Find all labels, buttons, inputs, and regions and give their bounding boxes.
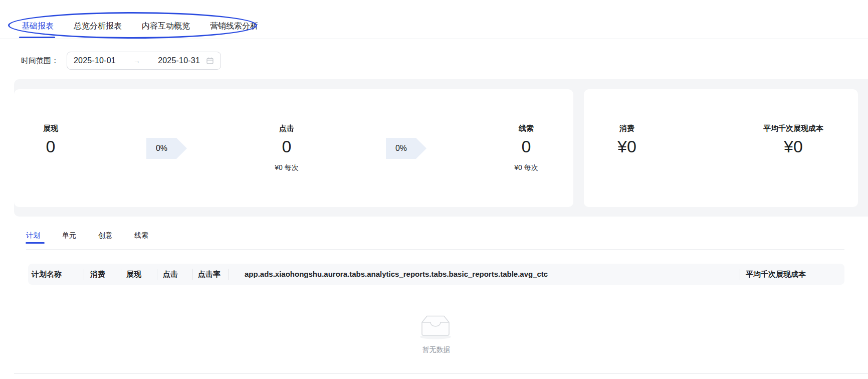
stat-impressions: 展现 0	[21, 124, 81, 155]
calendar-icon[interactable]	[206, 57, 214, 65]
stat-impressions-label: 展现	[21, 124, 81, 132]
lead-rate-chevron-badge: 0%	[386, 138, 426, 159]
stat-clicks-value: 0	[257, 137, 317, 155]
stat-leads-cost: ¥0 每次	[496, 163, 556, 171]
column-header-plan-name: 计划名称	[28, 264, 84, 285]
date-range-label: 时间范围：	[21, 52, 59, 70]
ctr-chevron-badge: 0%	[146, 138, 187, 159]
tab-basic-report[interactable]: 基础报表	[22, 14, 54, 39]
stat-impressions-value: 0	[21, 137, 81, 155]
stat-clicks-cost: ¥0 每次	[257, 163, 317, 171]
empty-state-text: 暂无数据	[28, 345, 844, 354]
empty-state-icon	[420, 313, 452, 340]
stat-avg-cpm-value: ¥0	[753, 137, 833, 155]
stat-avg-cpm: 平均千次展现成本 ¥0	[753, 124, 833, 155]
entity-tabbar: 计划 单元 创意 线索	[26, 227, 844, 250]
cost-stats-card: 消费 ¥0 平均千次展现成本 ¥0	[584, 89, 858, 207]
tab-overview-analysis-report[interactable]: 总览分析报表	[74, 14, 122, 39]
summary-section: 展现 0 0% 点击 0 ¥0 每次 0% 线索 0 ¥0 每次 消费 ¥0 平…	[14, 79, 868, 217]
stat-leads-value: 0	[496, 137, 556, 155]
stat-avg-cpm-label: 平均千次展现成本	[753, 124, 833, 132]
stat-leads: 线索 0 ¥0 每次	[496, 124, 556, 171]
start-date-value: 2025-10-01	[74, 56, 116, 65]
table-header-row: 计划名称 消费 展现 点击 点击率 app.ads.xiaohongshu.au…	[28, 264, 844, 285]
footer-divider	[14, 373, 868, 374]
tab-creative[interactable]: 创意	[98, 227, 112, 244]
report-tabbar: 基础报表 总览分析报表 内容互动概览 营销线索分析	[0, 0, 868, 39]
stat-spend-value: ¥0	[597, 137, 657, 155]
tab-content-interaction-overview[interactable]: 内容互动概览	[142, 14, 190, 39]
stat-spend-label: 消费	[597, 124, 657, 132]
analytics-report-page: 基础报表 总览分析报表 内容互动概览 营销线索分析 时间范围： 2025-10-…	[0, 0, 868, 379]
column-header-avg-ctc-i18n-key: app.ads.xiaohongshu.aurora.tabs.analytic…	[229, 264, 740, 285]
tab-plan[interactable]: 计划	[26, 227, 40, 244]
column-header-avg-cpm: 平均千次展现成本	[740, 264, 844, 285]
tab-marketing-leads-analysis[interactable]: 营销线索分析	[210, 14, 258, 39]
range-arrow-icon: →	[116, 57, 158, 65]
column-header-impressions: 展现	[121, 264, 157, 285]
column-header-spend: 消费	[84, 264, 121, 285]
stat-leads-label: 线索	[496, 124, 556, 132]
stat-clicks-label: 点击	[257, 124, 317, 132]
funnel-stats-card: 展现 0 0% 点击 0 ¥0 每次 0% 线索 0 ¥0 每次	[14, 89, 573, 207]
tab-unit[interactable]: 单元	[62, 227, 76, 244]
stat-clicks: 点击 0 ¥0 每次	[257, 124, 317, 171]
stat-spend: 消费 ¥0	[597, 124, 657, 155]
date-range-picker[interactable]: 2025-10-01 → 2025-10-31	[67, 52, 221, 70]
end-date-value: 2025-10-31	[158, 56, 200, 65]
column-header-clicks: 点击	[157, 264, 193, 285]
column-header-ctr: 点击率	[193, 264, 229, 285]
tab-leads[interactable]: 线索	[134, 227, 148, 244]
